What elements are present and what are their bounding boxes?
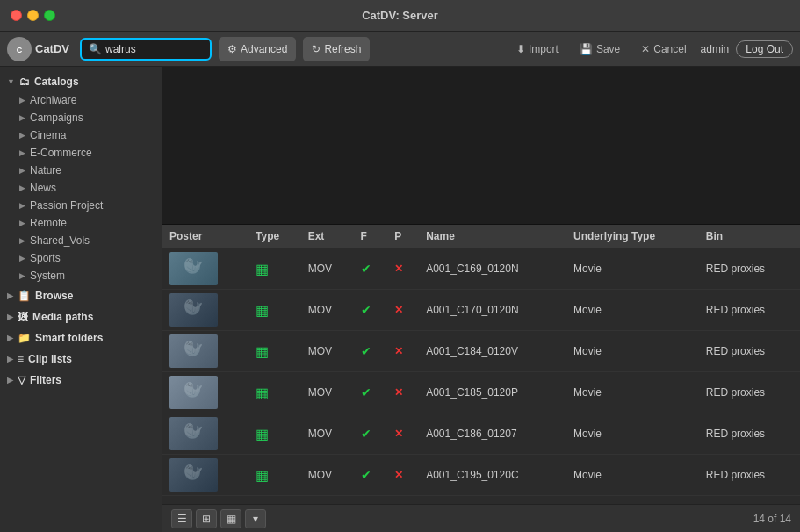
sidebar-item-campaigns[interactable]: ▶ Campaigns — [0, 109, 162, 126]
table-row[interactable]: 🦭 ▦ MOV ✔ ✕ A001_C184_0120V Movie RED pr… — [162, 331, 800, 372]
catalog-label: Nature — [30, 164, 61, 176]
sidebar-item-shared_vols[interactable]: ▶ Shared_Vols — [0, 232, 162, 249]
cell-underlying-type: Movie — [566, 455, 699, 496]
svg-text:🦭: 🦭 — [184, 339, 204, 358]
sidebar-item-archiware[interactable]: ▶ Archiware — [0, 91, 162, 109]
save-button[interactable]: 💾 Save — [573, 40, 627, 58]
search-input[interactable] — [105, 43, 211, 55]
catalog-label: Passion Project — [30, 199, 103, 212]
cell-type: ▦ — [249, 372, 301, 413]
cell-name: A001_C169_0120N — [419, 248, 566, 290]
search-box[interactable]: 🔍 — [80, 38, 212, 61]
f-check-icon: ✔ — [361, 303, 371, 317]
table-row[interactable]: 🦭 ▦ MOV ✔ ✕ A001_C186_01207 Movie RED pr… — [162, 413, 800, 455]
list-view-button[interactable]: ☰ — [171, 509, 192, 528]
catalogs-header[interactable]: ▼ 🗂 Catalogs — [0, 72, 162, 91]
main-layout: ▼ 🗂 Catalogs ▶ Archiware▶ Campaigns▶ Cin… — [0, 67, 800, 532]
window-controls — [11, 10, 55, 21]
cell-type: ▦ — [249, 248, 301, 290]
clip-lists-icon: ≡ — [18, 353, 24, 365]
chevron-icon: ▶ — [19, 96, 25, 104]
sidebar-item-sports[interactable]: ▶ Sports — [0, 249, 162, 267]
f-check-icon: ✔ — [361, 344, 371, 358]
catalog-label: News — [30, 182, 56, 194]
cancel-button[interactable]: ✕ Cancel — [634, 40, 693, 58]
clip-lists-header[interactable]: ▶ ≡ Clip lists — [0, 349, 162, 369]
sidebar-item-news[interactable]: ▶ News — [0, 179, 162, 197]
window-title: CatDV: Server — [362, 9, 438, 22]
catalog-label: E-Commerce — [30, 147, 92, 159]
cell-p: ✕ — [387, 290, 419, 331]
filters-icon: ▽ — [18, 374, 25, 386]
view-options-button[interactable]: ▾ — [245, 509, 266, 528]
cell-underlying-type: Movie — [566, 248, 699, 290]
p-x-icon: ✕ — [394, 386, 403, 399]
media-paths-header[interactable]: ▶ 🖼 Media paths — [0, 307, 162, 327]
cell-bin: RED proxies — [699, 248, 800, 290]
cell-poster: 🦭 — [162, 248, 249, 290]
browse-icon: 📋 — [18, 290, 31, 302]
catalog-label: Campaigns — [30, 111, 83, 124]
preview-area — [162, 67, 800, 225]
content-area: Poster Type Ext F P Name Underlying Type… — [162, 67, 800, 532]
maximize-button[interactable] — [44, 10, 55, 21]
sidebar-item-cinema[interactable]: ▶ Cinema — [0, 126, 162, 144]
cell-f: ✔ — [354, 413, 388, 455]
page-count: 14 of 14 — [753, 513, 791, 525]
col-f: F — [354, 225, 388, 248]
svg-text:🦭: 🦭 — [184, 298, 204, 317]
title-bar: CatDV: Server — [0, 0, 800, 32]
svg-text:🦭: 🦭 — [184, 463, 204, 482]
cell-ext: MOV — [301, 372, 354, 413]
table-row[interactable]: 🦭 ▦ MOV ✔ ✕ A001_C185_0120P Movie RED pr… — [162, 372, 800, 413]
close-button[interactable] — [11, 10, 22, 21]
table-row[interactable]: 🦭 ▦ MOV ✔ ✕ A001_C169_0120N Movie RED pr… — [162, 248, 800, 290]
sidebar-item-remote[interactable]: ▶ Remote — [0, 214, 162, 232]
filmstrip-view-button[interactable]: ▦ — [220, 509, 241, 528]
table-body: 🦭 ▦ MOV ✔ ✕ A001_C169_0120N Movie RED pr… — [162, 248, 800, 496]
f-check-icon: ✔ — [361, 262, 371, 276]
chevron-icon: ▶ — [19, 166, 25, 175]
cell-ext: MOV — [301, 290, 354, 331]
table-row[interactable]: 🦭 ▦ MOV ✔ ✕ A001_C170_0120N Movie RED pr… — [162, 290, 800, 331]
svg-text:🦭: 🦭 — [184, 421, 204, 441]
sidebar-item-passion-project[interactable]: ▶ Passion Project — [0, 197, 162, 214]
sidebar-item-system[interactable]: ▶ System — [0, 267, 162, 284]
cell-bin: RED proxies — [699, 331, 800, 372]
import-icon: ⬇ — [516, 43, 525, 55]
sidebar-item-nature[interactable]: ▶ Nature — [0, 162, 162, 179]
advanced-button[interactable]: ⚙ Advanced — [219, 37, 296, 61]
minimize-button[interactable] — [27, 10, 39, 21]
table-row[interactable]: 🦭 ▦ MOV ✔ ✕ A001_C195_0120C Movie RED pr… — [162, 455, 800, 496]
cell-type: ▦ — [249, 331, 301, 372]
catalog-label: Sports — [30, 252, 61, 264]
cell-f: ✔ — [354, 372, 388, 413]
browse-header[interactable]: ▶ 📋 Browse — [0, 286, 162, 306]
poster-thumbnail: 🦭 — [169, 458, 218, 492]
cancel-icon: ✕ — [641, 43, 650, 55]
smart-folders-header[interactable]: ▶ 📁 Smart folders — [0, 328, 162, 348]
film-icon: ▦ — [256, 344, 269, 359]
refresh-button[interactable]: ↻ Refresh — [303, 37, 370, 61]
logout-button[interactable]: Log Out — [736, 40, 793, 58]
table-container[interactable]: Poster Type Ext F P Name Underlying Type… — [162, 225, 800, 504]
p-x-icon: ✕ — [394, 304, 403, 316]
f-check-icon: ✔ — [361, 468, 371, 482]
chevron-icon: ▶ — [19, 219, 25, 227]
sidebar-item-e-commerce[interactable]: ▶ E-Commerce — [0, 144, 162, 162]
table-header-row: Poster Type Ext F P Name Underlying Type… — [162, 225, 800, 248]
poster-thumbnail: 🦭 — [169, 417, 218, 450]
import-button[interactable]: ⬇ Import — [509, 40, 566, 58]
p-x-icon: ✕ — [394, 262, 403, 275]
catalogs-icon: 🗂 — [19, 75, 30, 88]
chevron-icon: ▶ — [19, 271, 25, 280]
grid-view-button[interactable]: ⊞ — [196, 509, 217, 528]
cell-poster: 🦭 — [162, 372, 249, 413]
cell-type: ▦ — [249, 413, 301, 455]
cell-bin: RED proxies — [699, 413, 800, 455]
cell-p: ✕ — [387, 331, 419, 372]
cell-p: ✕ — [387, 413, 419, 455]
cell-name: A001_C185_0120P — [419, 372, 566, 413]
clip-lists-section: ▶ ≡ Clip lists — [0, 349, 162, 369]
filters-header[interactable]: ▶ ▽ Filters — [0, 370, 162, 390]
